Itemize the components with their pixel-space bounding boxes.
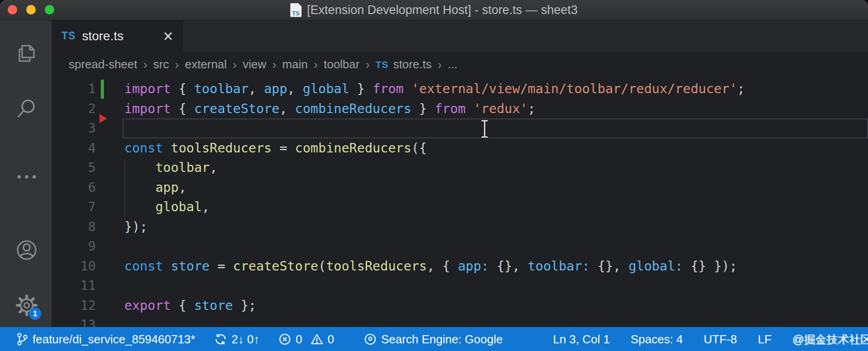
gutter-decoration: [96, 217, 124, 237]
line-number[interactable]: 8: [52, 217, 96, 237]
branch-name: feature/di_service_859460713*: [33, 332, 195, 346]
code-text: import { toolbar, app, global } from 'ex…: [124, 79, 745, 99]
chevron-right-icon: ›: [438, 57, 442, 72]
breadcrumb-item[interactable]: external: [185, 57, 227, 71]
more-actions-icon[interactable]: [16, 166, 38, 188]
line-number[interactable]: 5: [52, 158, 96, 178]
code-line[interactable]: 10const store = createStore(toolsReducer…: [52, 256, 868, 276]
encoding-button[interactable]: UTF-8: [704, 332, 737, 346]
line-number[interactable]: 13: [52, 315, 96, 327]
zoom-window-button[interactable]: [45, 5, 54, 14]
chevron-right-icon: ›: [272, 57, 276, 72]
gutter-decoration: [96, 197, 124, 217]
gutter-decoration: [96, 119, 124, 138]
code-line[interactable]: 8});: [52, 217, 868, 237]
code-line[interactable]: 1import { toolbar, app, global } from 'e…: [52, 79, 868, 99]
cursor-position-button[interactable]: Ln 3, Col 1: [553, 332, 610, 346]
breadcrumb-item[interactable]: view: [243, 57, 266, 71]
explorer-icon[interactable]: [16, 43, 38, 64]
gutter-red-marker-icon: [99, 114, 107, 123]
line-number[interactable]: 2: [52, 99, 96, 119]
code-text: app,: [124, 178, 186, 198]
code-line[interactable]: 3: [52, 119, 868, 138]
git-branch-icon: [16, 332, 28, 346]
line-number[interactable]: 12: [52, 296, 96, 316]
window-title-group: TS [Extension Development Host] - store.…: [290, 3, 578, 17]
window-title: [Extension Development Host] - store.ts …: [307, 3, 578, 17]
breadcrumb-item[interactable]: spread-sheet: [69, 57, 137, 71]
search-icon[interactable]: [16, 98, 38, 119]
search-engine-button[interactable]: Search Engine: Google: [364, 332, 503, 346]
breadcrumb-item[interactable]: store.ts: [393, 57, 432, 71]
gutter-decoration: [96, 315, 124, 327]
gutter-decoration: [96, 178, 124, 198]
status-bar: feature/di_service_859460713* 2↓ 0↑ 0: [0, 327, 868, 351]
tab-store-ts[interactable]: TS store.ts ×: [52, 20, 183, 52]
watermark: @掘金技术社区: [793, 332, 868, 347]
warning-triangle-icon: [311, 333, 323, 346]
problems-button[interactable]: 0 0: [278, 332, 334, 346]
tab-label: store.ts: [82, 29, 123, 43]
warning-count: 0: [328, 332, 334, 346]
tab-close-icon[interactable]: ×: [163, 29, 173, 43]
sync-counts: 2↓ 0↑: [231, 332, 259, 346]
gutter-decoration: [96, 158, 124, 178]
code-text: });: [124, 217, 147, 237]
line-number[interactable]: 4: [52, 138, 96, 158]
line-number[interactable]: 3: [52, 119, 96, 138]
breadcrumb: spread-sheet › src › external › view › m…: [52, 52, 868, 77]
code-line[interactable]: 4const toolsReducers = combineReducers({: [52, 138, 868, 158]
code-text: export { store };: [124, 296, 256, 316]
code-text: const store = createStore(toolsReducers,…: [124, 256, 737, 276]
code-text: import { createStore, combineReducers } …: [124, 99, 535, 119]
title-bar: TS [Extension Development Host] - store.…: [0, 0, 868, 20]
code-line[interactable]: 2import { createStore, combineReducers }…: [52, 99, 868, 119]
search-engine-label: Search Engine: Google: [381, 332, 503, 346]
breadcrumb-item[interactable]: toolbar: [324, 57, 360, 71]
breadcrumb-item[interactable]: ...: [448, 57, 458, 71]
chevron-right-icon: ›: [233, 57, 237, 72]
code-line[interactable]: 9: [52, 237, 868, 256]
code-line[interactable]: 11: [52, 276, 868, 296]
code-line[interactable]: 7 global,: [52, 197, 868, 217]
indentation-button[interactable]: Spaces: 4: [631, 332, 683, 346]
line-number[interactable]: 7: [52, 197, 96, 217]
minimize-window-button[interactable]: [26, 5, 36, 14]
code-text: const toolsReducers = combineReducers({: [124, 138, 427, 158]
chevron-right-icon: ›: [365, 57, 369, 72]
git-branch-button[interactable]: feature/di_service_859460713*: [16, 332, 195, 346]
line-number[interactable]: 11: [52, 276, 96, 296]
gutter-decoration: [96, 237, 124, 256]
gutter-decoration: [96, 138, 124, 158]
code-area[interactable]: 1import { toolbar, app, global } from 'e…: [52, 77, 868, 327]
gutter-decoration: [96, 296, 124, 316]
ts-language-icon: TS: [61, 30, 75, 42]
error-circle-icon: [278, 333, 291, 346]
gutter-decoration: [96, 79, 124, 99]
close-window-button[interactable]: [8, 5, 17, 14]
code-line[interactable]: 6 app,: [52, 178, 868, 198]
code-text: toolbar,: [124, 158, 217, 178]
line-number[interactable]: 10: [52, 256, 96, 276]
settings-gear-icon[interactable]: 1: [16, 294, 38, 316]
line-number[interactable]: 1: [52, 79, 96, 99]
account-icon[interactable]: [16, 239, 38, 261]
code-text: global,: [124, 197, 210, 217]
code-line[interactable]: 13: [52, 315, 868, 327]
line-number[interactable]: 9: [52, 237, 96, 256]
eol-button[interactable]: LF: [758, 332, 771, 346]
sync-changes-button[interactable]: 2↓ 0↑: [214, 332, 259, 346]
gutter-decoration: [96, 276, 124, 296]
code-line[interactable]: 5 toolbar,: [52, 158, 868, 178]
ts-file-icon: TS: [290, 3, 302, 17]
line-number[interactable]: 6: [52, 178, 96, 198]
breadcrumb-item[interactable]: src: [153, 57, 169, 71]
search-engine-icon: [364, 333, 377, 346]
code-line[interactable]: 12export { store };: [52, 296, 868, 316]
error-count: 0: [296, 332, 302, 346]
chevron-right-icon: ›: [314, 57, 318, 72]
sync-icon: [214, 333, 227, 346]
chevron-right-icon: ›: [143, 57, 147, 72]
breadcrumb-item[interactable]: main: [282, 57, 307, 71]
chevron-right-icon: ›: [175, 57, 179, 72]
